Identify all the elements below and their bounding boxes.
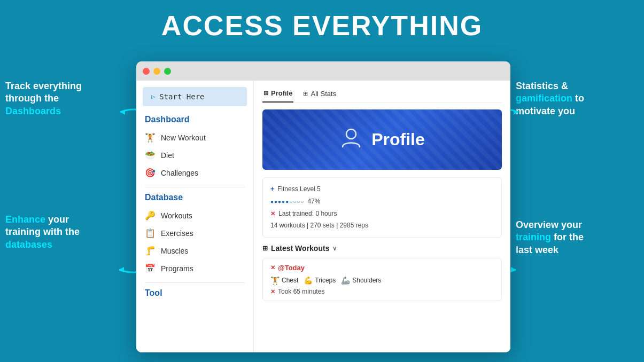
nav-label-workouts: Workouts: [161, 211, 192, 220]
tab-profile[interactable]: ⊞ Profile: [262, 87, 293, 103]
browser-window: ▷ Start Here Dashboard 🏋 New Workout 🥗 D…: [136, 61, 510, 352]
progress-dots: ●●●●●○○○○: [270, 196, 304, 207]
sidebar-divider-1: [145, 187, 245, 187]
main-heading: ACCESS EVERYTHING: [0, 0, 644, 42]
stat-progress-pct: 47%: [307, 195, 320, 208]
annotation-track: Track everything through the Dashboards: [5, 80, 134, 117]
sidebar-item-exercises[interactable]: 📋 Exercises: [136, 224, 253, 242]
exercises-icon: 📋: [145, 228, 156, 238]
stat-summary: 14 workouts | 270 sets | 2985 reps: [270, 219, 494, 232]
stat-progress: ●●●●●○○○○ 47%: [270, 195, 494, 208]
x-icon-3: ✕: [270, 288, 275, 295]
tab-stats-label: All Stats: [311, 90, 336, 98]
stat-fitness-level: + Fitness Level 5: [270, 183, 494, 195]
workout-time-text: Took 65 minutes: [278, 288, 324, 295]
tool-section-title: Tool: [136, 288, 253, 302]
chevron-down-icon[interactable]: ∨: [332, 245, 337, 252]
profile-label: Profile: [371, 130, 425, 149]
latest-workouts-header: ⊞ Latest Workouts ∨: [262, 244, 502, 253]
muscles-icon: 🦵: [145, 246, 156, 256]
programs-icon: 📅: [145, 263, 156, 273]
annotation-statistics: Statistics & gamification to motivate yo…: [516, 80, 639, 117]
annotation-enhance: Enhance your training with the databases: [5, 214, 128, 251]
svg-point-4: [346, 129, 356, 139]
svg-marker-2: [514, 109, 518, 115]
workout-date: ✕ @Today: [270, 264, 494, 272]
sidebar-item-muscles[interactable]: 🦵 Muscles: [136, 242, 253, 259]
muscle-triceps: 💪 Triceps: [304, 276, 336, 285]
workout-date-text: @Today: [278, 264, 305, 272]
chest-icon: 🏋: [270, 276, 280, 285]
muscle-shoulders: 🦾 Shoulders: [341, 276, 381, 285]
workout-time: ✕ Took 65 minutes: [270, 288, 494, 295]
workout-icon: 🏋: [145, 132, 156, 143]
muscle-chest: 🏋 Chest: [270, 276, 298, 285]
tabs-bar: ⊞ Profile ⊞ All Stats: [262, 87, 502, 103]
dot-red[interactable]: [143, 68, 150, 75]
stat-last-trained: ✕ Last trained: 0 hours: [270, 208, 494, 220]
workouts-icon: 🔑: [145, 210, 156, 221]
nav-label-exercises: Exercises: [161, 229, 193, 238]
sidebar-item-workouts[interactable]: 🔑 Workouts: [136, 207, 253, 224]
chest-label: Chest: [282, 277, 298, 284]
latest-workouts-title: Latest Workouts: [271, 244, 329, 253]
x-icon-1: ✕: [270, 208, 275, 219]
triceps-label: Triceps: [315, 277, 336, 284]
challenges-icon: 🎯: [145, 168, 156, 178]
browser-content: ▷ Start Here Dashboard 🏋 New Workout 🥗 D…: [136, 81, 510, 352]
profile-card: Profile: [262, 109, 502, 170]
sidebar-item-diet[interactable]: 🥗 Diet: [136, 146, 253, 164]
annotation-overview: Overview your training for the last week: [516, 219, 639, 256]
nav-label-challenges: Challenges: [161, 169, 198, 177]
sidebar: ▷ Start Here Dashboard 🏋 New Workout 🥗 D…: [136, 81, 254, 352]
shoulders-label: Shoulders: [352, 277, 381, 284]
dot-yellow[interactable]: [153, 68, 160, 75]
sidebar-item-programs[interactable]: 📅 Programs: [136, 259, 253, 277]
nav-label-new-workout: New Workout: [161, 133, 206, 142]
tab-profile-icon: ⊞: [263, 90, 268, 97]
dot-green[interactable]: [164, 68, 171, 75]
nav-label-diet: Diet: [161, 151, 174, 160]
svg-marker-3: [511, 267, 516, 272]
stat-fitness-text: Fitness Level 5: [277, 183, 321, 195]
nav-label-muscles: Muscles: [161, 247, 188, 255]
workout-card: ✕ @Today 🏋 Chest 💪 Triceps 🦾 Shoulders: [262, 258, 502, 301]
stat-summary-text: 14 workouts | 270 sets | 2985 reps: [270, 219, 368, 232]
sidebar-item-new-workout[interactable]: 🏋 New Workout: [136, 129, 253, 146]
svg-marker-0: [120, 109, 125, 115]
shoulders-icon: 🦾: [341, 276, 350, 285]
browser-titlebar: [136, 61, 510, 81]
start-here-label: Start Here: [159, 92, 204, 101]
svg-marker-1: [119, 267, 124, 272]
stat-last-trained-text: Last trained: 0 hours: [278, 208, 337, 220]
diet-icon: 🥗: [145, 150, 156, 160]
play-icon: ▷: [151, 93, 155, 100]
sidebar-divider-2: [145, 282, 245, 283]
nav-label-programs: Programs: [161, 264, 193, 273]
workout-muscles: 🏋 Chest 💪 Triceps 🦾 Shoulders: [270, 276, 494, 285]
workouts-header-icon: ⊞: [262, 245, 268, 252]
sidebar-item-challenges[interactable]: 🎯 Challenges: [136, 164, 253, 182]
tab-stats-icon: ⊞: [303, 90, 308, 97]
plus-icon: +: [270, 183, 274, 195]
main-panel: ⊞ Profile ⊞ All Stats Pr: [254, 81, 510, 352]
stats-section: + Fitness Level 5 ●●●●●○○○○ 47% ✕ Last t…: [262, 177, 502, 238]
tab-profile-label: Profile: [271, 89, 292, 97]
triceps-icon: 💪: [304, 276, 313, 285]
tab-all-stats[interactable]: ⊞ All Stats: [302, 87, 337, 103]
profile-avatar-icon: [339, 125, 363, 154]
dashboard-section-title: Dashboard: [136, 115, 253, 129]
start-here-item[interactable]: ▷ Start Here: [143, 87, 247, 106]
x-icon-2: ✕: [270, 264, 275, 271]
database-section-title: Database: [136, 193, 253, 207]
profile-card-content: Profile: [273, 125, 491, 154]
